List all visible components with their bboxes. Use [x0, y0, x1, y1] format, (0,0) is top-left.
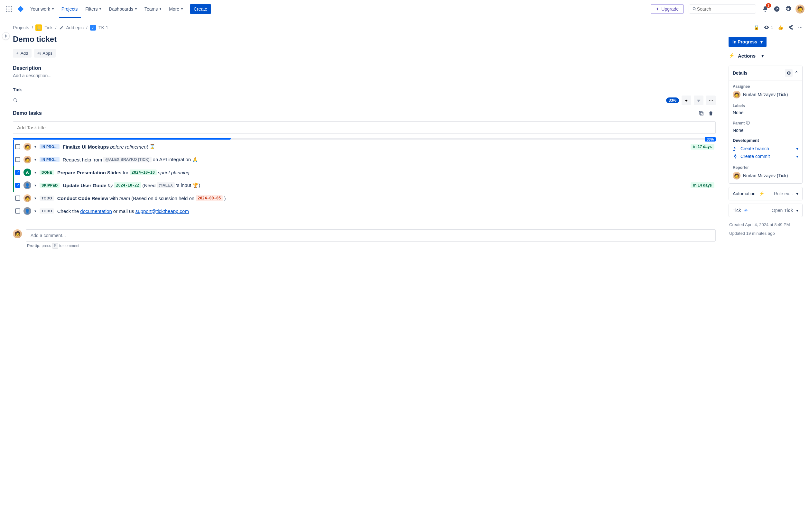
svg-point-13 [14, 99, 16, 101]
filter-icon[interactable] [694, 95, 703, 105]
rule-executions: Rule ex... [774, 191, 793, 196]
configure-icon[interactable]: ⚙ [785, 69, 793, 77]
chevron-up-icon[interactable]: ⌃ [794, 70, 798, 75]
task-checkbox[interactable] [15, 144, 20, 149]
issue-title[interactable]: Demo ticket [13, 35, 716, 44]
automation-panel[interactable]: Automation ⚡ Rule ex... ▾ [728, 187, 803, 200]
thumbs-up-icon[interactable]: 👍 [778, 25, 783, 30]
tick-panel[interactable]: Tick ✳ Open Tick ▾ [728, 203, 803, 217]
description-placeholder[interactable]: Add a description... [13, 73, 716, 78]
assignee-label: Assignee [733, 84, 798, 89]
create-commit-link[interactable]: Create commit▾ [733, 153, 798, 160]
upgrade-button[interactable]: ✦ Upgrade [651, 4, 684, 14]
development-label: Development [733, 138, 798, 143]
help-icon[interactable]: ? [772, 4, 782, 14]
task-title[interactable]: Finalize UI Mockups before refinement ⌛ [63, 144, 155, 149]
task-title[interactable]: Conduct Code Review with team (Based on … [57, 195, 226, 201]
lock-open-icon[interactable]: 🔓 [754, 25, 759, 30]
reporter-value[interactable]: 🧑Nurlan Mirzayev (Tick) [733, 172, 798, 179]
task-title[interactable]: Prepare Presentation Slides for 2024-10-… [57, 170, 190, 175]
bolt-icon: ⚡ [728, 53, 735, 58]
add-task-icon[interactable]: + [682, 95, 691, 105]
task-avatar[interactable]: 🧑 [23, 194, 31, 202]
commit-icon [733, 154, 738, 159]
task-status-tag[interactable]: SKIPPED [39, 183, 59, 188]
create-button[interactable]: Create [190, 4, 211, 14]
nav-projects[interactable]: Projects [58, 4, 81, 14]
svg-point-7 [8, 11, 9, 12]
watchers[interactable]: 1 [764, 24, 773, 30]
task-expand-icon[interactable]: ▾ [34, 196, 36, 200]
comment-input[interactable]: Add a comment... [26, 229, 716, 242]
task-row[interactable]: 👤▾TODOCheck the documentation or mail us… [13, 205, 716, 217]
task-expand-icon[interactable]: ▾ [34, 158, 36, 162]
status-dropdown[interactable]: In Progress ▾ [728, 37, 767, 47]
breadcrumb-add-epic[interactable]: Add epic [66, 25, 84, 30]
task-row[interactable]: 🧑▾IN PRO...Finalize UI Mockups before re… [13, 140, 716, 153]
task-title[interactable]: Request help from @ALEX BRAYKO (TICK) on… [63, 157, 198, 162]
task-status-tag[interactable]: DONE [39, 170, 54, 175]
nav-more[interactable]: More [166, 4, 186, 14]
apps-button[interactable]: ◎Apps [34, 49, 56, 57]
breadcrumb-issue-key[interactable]: TK-1 [99, 25, 108, 30]
section-tick: Tick [13, 87, 716, 92]
task-checkbox[interactable] [15, 209, 20, 214]
add-task-input[interactable] [13, 121, 716, 134]
task-row[interactable]: 🧑▾IN PRO...Request help from @ALEX BRAYK… [13, 153, 716, 166]
task-checkbox[interactable] [15, 196, 20, 201]
task-expand-icon[interactable]: ▾ [34, 145, 36, 149]
task-title[interactable]: Check the documentation or mail us suppo… [57, 209, 189, 214]
task-avatar[interactable]: 👤 [23, 181, 31, 189]
task-status-tag[interactable]: TODO [39, 209, 54, 214]
nav-filters[interactable]: Filters [82, 4, 104, 14]
task-avatar[interactable]: 🧑 [23, 156, 31, 163]
task-row[interactable]: 🧑▾TODOConduct Code Review with team (Bas… [13, 192, 716, 205]
search-tasks-icon[interactable] [13, 98, 18, 103]
jira-logo-icon[interactable] [15, 4, 26, 14]
breadcrumb-project[interactable]: Tick [45, 25, 52, 30]
task-status-tag[interactable]: IN PRO... [39, 157, 59, 162]
settings-icon[interactable] [783, 4, 794, 14]
assignee-value[interactable]: 🧑Nurlan Mirzayev (Tick) [733, 91, 798, 99]
task-checkbox[interactable]: ✓ [15, 170, 20, 175]
parent-value[interactable]: None [733, 128, 798, 133]
copy-tasks-icon[interactable] [696, 108, 706, 118]
search-input-wrap[interactable] [689, 4, 756, 14]
labels-value[interactable]: None [733, 110, 798, 115]
task-status-tag[interactable]: IN PRO... [39, 144, 59, 149]
protip-label: Pro tip: [27, 244, 40, 248]
search-input[interactable] [697, 6, 753, 12]
eye-icon [764, 24, 770, 30]
info-icon[interactable]: ⓘ [746, 120, 750, 126]
nav-your-work[interactable]: Your work [27, 4, 57, 14]
more-tasks-icon[interactable]: ⋯ [706, 95, 716, 105]
sidebar-expand-icon[interactable] [2, 32, 10, 40]
actions-dropdown[interactable]: ⚡ Actions ▾ [728, 51, 764, 60]
task-expand-icon[interactable]: ▾ [34, 209, 36, 213]
task-avatar[interactable]: 🧑 [23, 143, 31, 150]
nav-dashboards[interactable]: Dashboards [106, 4, 140, 14]
app-switcher-icon[interactable] [4, 4, 14, 14]
task-expand-icon[interactable]: ▾ [34, 183, 36, 188]
create-branch-link[interactable]: Create branch▾ [733, 145, 798, 153]
task-row[interactable]: ✓A▾DONEPrepare Presentation Slides for 2… [13, 166, 716, 179]
task-expand-icon[interactable]: ▾ [34, 171, 36, 175]
breadcrumb-projects[interactable]: Projects [13, 25, 29, 30]
notifications-icon[interactable]: 3 [760, 4, 770, 14]
task-title[interactable]: Update User Guide by 2024-10-22 (Need @A… [63, 182, 200, 188]
reporter-label: Reporter [733, 165, 798, 170]
task-avatar[interactable]: A [23, 169, 31, 176]
more-actions-icon[interactable]: ⋯ [798, 25, 803, 30]
task-status-tag[interactable]: TODO [39, 196, 54, 201]
share-icon[interactable] [788, 24, 794, 30]
task-row[interactable]: ✓👤▾SKIPPEDUpdate User Guide by 2024-10-2… [13, 179, 716, 192]
protip-key: M [52, 243, 58, 249]
task-avatar[interactable]: 👤 [23, 207, 31, 215]
nav-teams[interactable]: Teams [141, 4, 165, 14]
task-checkbox[interactable]: ✓ [15, 183, 20, 188]
profile-avatar[interactable]: 🧑 [795, 4, 805, 14]
status-label: In Progress [733, 39, 757, 45]
task-checkbox[interactable] [15, 157, 20, 162]
add-button[interactable]: +Add [13, 49, 32, 57]
delete-tasks-icon[interactable] [706, 108, 716, 118]
